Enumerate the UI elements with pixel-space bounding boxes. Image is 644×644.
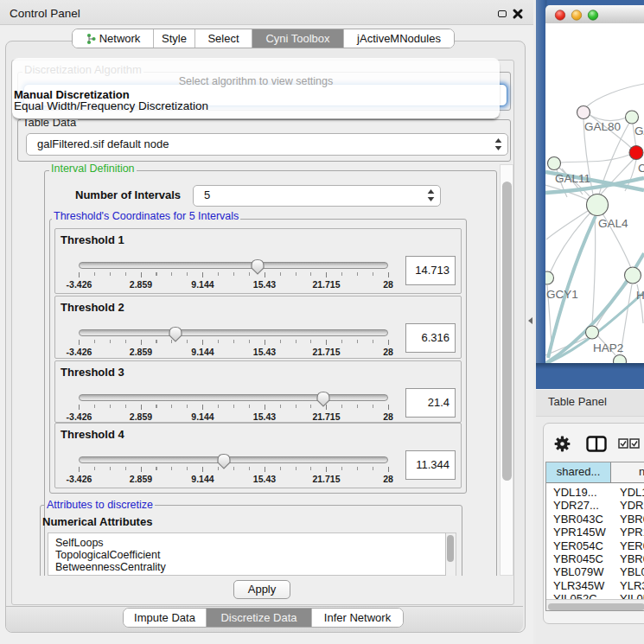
svg-text:GAL80: GAL80 (584, 120, 621, 133)
svg-text:HAP2: HAP2 (593, 341, 623, 354)
svg-text:GCY1: GCY1 (546, 288, 578, 301)
svg-text:GAL11: GAL11 (555, 172, 590, 185)
svg-text:GAL4: GAL4 (598, 217, 628, 230)
svg-text:H: H (636, 289, 644, 302)
svg-text:CAL: CAL (638, 162, 644, 175)
svg-text:GAL: GAL (634, 124, 644, 137)
